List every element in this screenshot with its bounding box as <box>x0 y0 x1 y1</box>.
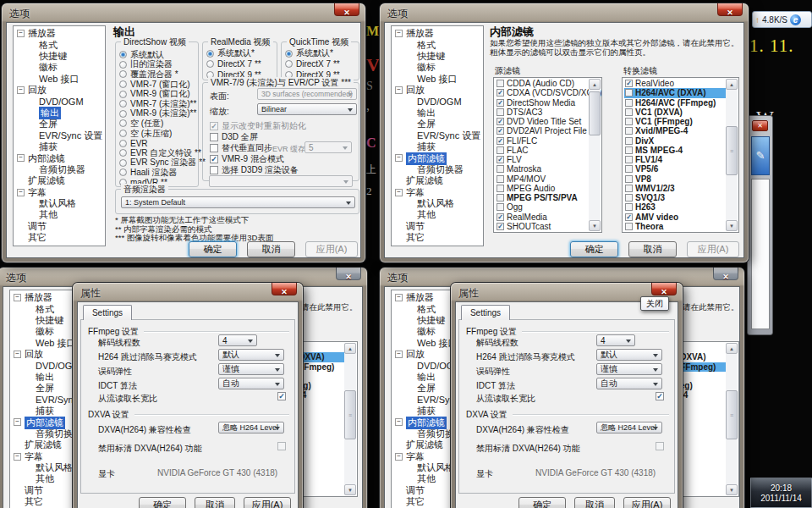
sidebar-item[interactable]: −内部滤镜 <box>394 152 483 163</box>
setting-select[interactable]: 谨慎 <box>596 363 662 375</box>
filter-list-item[interactable]: Ogg <box>496 202 589 212</box>
filter-list-item[interactable]: FLAC <box>496 146 589 155</box>
tree-collapse-icon[interactable]: − <box>17 189 25 196</box>
tree-collapse-icon[interactable]: − <box>395 86 403 94</box>
setting-select[interactable]: 自动 <box>218 378 284 389</box>
tree-collapse-icon[interactable]: − <box>17 86 25 94</box>
dxva-compat-select[interactable]: 忽略 H264 Level <box>596 422 662 433</box>
filter-checkbox[interactable] <box>497 137 504 145</box>
scroll-down-icon[interactable]: ▼ <box>726 484 738 495</box>
ok-button[interactable]: 确定 <box>139 497 186 508</box>
filter-checkbox[interactable] <box>625 175 633 183</box>
scroll-down-icon[interactable]: ▼ <box>589 220 601 231</box>
sidebar-item[interactable]: −全屏 <box>16 119 105 130</box>
sidebar-item[interactable]: −格式 <box>16 39 105 50</box>
filter-list-item[interactable]: CDXA (VCD/SVCD/XCD) <box>496 88 589 97</box>
sidebar-item[interactable]: −捕获 <box>16 141 105 152</box>
sidebar-item[interactable]: −音频切换器 <box>394 164 483 175</box>
filter-list-item[interactable]: DVD Video Title Set <box>496 117 589 126</box>
setting-select[interactable]: 4 <box>596 334 635 346</box>
filter-checkbox[interactable] <box>625 213 633 221</box>
sidebar-item[interactable]: −音频切换器 <box>16 164 105 175</box>
filter-list-item[interactable]: CDDA (Audio CD) <box>496 79 589 88</box>
sidebar-item[interactable]: −徽标 <box>394 62 483 73</box>
filter-list-item[interactable]: DirectShow Media <box>496 98 589 108</box>
filter-checkbox[interactable] <box>625 146 633 154</box>
filter-list-item[interactable]: MP4/MOV <box>496 174 589 184</box>
scrollbar[interactable]: ▲≡▼ <box>344 343 356 495</box>
vmr9-mixer-checkbox-row[interactable]: VMR-9 混合模式 <box>210 153 284 165</box>
filter-checkbox[interactable] <box>497 175 504 183</box>
sidebar-item[interactable]: −DVD/OGM <box>394 96 483 107</box>
scroll-up-icon[interactable]: ▲ <box>589 79 601 90</box>
cancel-button[interactable]: 取消 <box>247 241 295 257</box>
filter-checkbox[interactable] <box>497 80 504 87</box>
filter-checkbox[interactable] <box>497 108 504 116</box>
tree-collapse-icon[interactable]: − <box>17 30 25 37</box>
sidebar-item[interactable]: −播放器 <box>16 28 105 39</box>
resizer-select[interactable]: Bilinear <box>257 103 357 115</box>
scrollbar-thumb[interactable]: ≡ <box>726 390 738 439</box>
filter-checkbox[interactable] <box>497 185 504 192</box>
sidebar-item[interactable]: −快捷键 <box>394 51 483 62</box>
tree-collapse-icon[interactable]: − <box>395 418 403 426</box>
aspect-checkbox[interactable] <box>277 392 286 400</box>
scroll-up-icon[interactable]: ▲ <box>726 343 738 354</box>
filter-list-item[interactable]: Matroska <box>496 164 589 174</box>
sidebar-item[interactable]: −默认风格 <box>16 198 105 209</box>
disable-sd-dxva-checkbox[interactable] <box>656 442 664 450</box>
filter-checkbox[interactable] <box>625 185 633 192</box>
taskbar-clock[interactable]: 20:18 2011/11/14 <box>750 478 812 508</box>
tree-collapse-icon[interactable]: − <box>17 154 25 162</box>
sidebar-item[interactable]: −EVR/Sync 设置 <box>16 130 105 141</box>
dxva-compat-select[interactable]: 忽略 H264 Level <box>218 422 284 433</box>
apply-button[interactable]: 应用(A) <box>687 241 739 257</box>
disable-sd-dxva-checkbox[interactable] <box>277 442 286 450</box>
window-titlebar[interactable]: 选项 <box>2 3 365 22</box>
setting-select[interactable]: 谨慎 <box>218 363 284 375</box>
filter-checkbox[interactable] <box>497 127 504 135</box>
cancel-button[interactable]: 取消 <box>574 497 615 508</box>
cancel-button[interactable]: 取消 <box>628 241 677 257</box>
tree-collapse-icon[interactable]: − <box>395 294 403 301</box>
filter-list-item[interactable]: H264/AVC (DXVA) <box>624 88 726 97</box>
filter-checkbox[interactable] <box>497 213 504 221</box>
sidebar-item[interactable]: −回放 <box>16 85 105 96</box>
sidebar-item[interactable]: −扩展滤镜 <box>16 175 105 186</box>
filter-list-item[interactable]: VP8 <box>624 174 726 184</box>
filter-checkbox[interactable] <box>625 118 633 125</box>
filter-list-item[interactable]: MS MPEG-4 <box>624 146 726 155</box>
sidebar-item[interactable]: −其他 <box>16 209 105 220</box>
filter-checkbox[interactable] <box>497 194 504 202</box>
window-titlebar[interactable]: 属性 <box>73 283 303 301</box>
ok-button[interactable]: 确定 <box>570 241 618 257</box>
filter-list-item[interactable]: FLI/FLC <box>496 136 589 146</box>
filter-checkbox[interactable] <box>625 165 633 173</box>
internet-explorer-icon[interactable]: e <box>790 14 801 25</box>
sidebar-item[interactable]: −调节 <box>16 221 105 232</box>
scroll-down-icon[interactable]: ▼ <box>726 220 738 231</box>
radio-option[interactable]: 空 (未压缩) <box>119 129 197 139</box>
filter-list-item[interactable]: VC1 (FFmpeg) <box>624 117 726 126</box>
radio-option[interactable]: DirectX 7 ** <box>206 59 276 70</box>
evr-buffers-select[interactable]: 5 <box>304 141 352 153</box>
d3d9-device-checkbox-row[interactable]: 选择 D3D9 渲染设备 <box>210 164 299 176</box>
scrollbar-thumb[interactable] <box>589 91 601 135</box>
close-button[interactable]: ✕ <box>713 268 738 280</box>
sidebar-item[interactable]: −调节 <box>394 221 483 232</box>
filter-checkbox[interactable] <box>497 118 504 125</box>
sidebar-item[interactable]: −快捷键 <box>16 51 105 62</box>
cancel-button[interactable]: 取消 <box>195 497 235 508</box>
filter-list-item[interactable]: DVD2AVI Project File <box>496 126 589 135</box>
tree-collapse-icon[interactable]: − <box>395 189 403 196</box>
ok-button[interactable]: 确定 <box>189 241 237 257</box>
tab-settings[interactable]: Settings <box>83 305 132 320</box>
tree-collapse-icon[interactable]: − <box>14 294 21 301</box>
tree-collapse-icon[interactable]: − <box>395 154 403 162</box>
filter-list-item[interactable]: VP5/6 <box>624 164 726 174</box>
filter-list-item[interactable]: FLV <box>496 155 589 164</box>
window-titlebar[interactable]: 选项 <box>380 3 749 22</box>
setting-select[interactable]: 默认 <box>218 349 284 361</box>
filter-checkbox[interactable] <box>625 194 633 202</box>
setting-select[interactable]: 默认 <box>596 349 662 361</box>
